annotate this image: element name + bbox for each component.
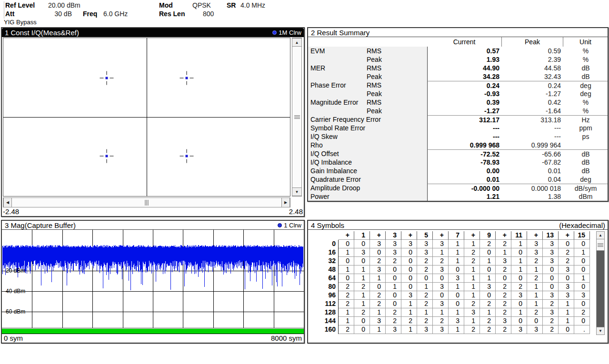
result-row-values: -0.93-1.27deg xyxy=(427,89,608,98)
att-value[interactable]: 30 dB xyxy=(33,10,72,18)
symbol-cell: 2 xyxy=(417,257,433,266)
symbol-cell: 2 xyxy=(417,266,433,274)
symbol-cell: 1 xyxy=(417,308,433,317)
symbol-cell: 2 xyxy=(339,325,354,334)
current-value: --- xyxy=(428,124,502,132)
symbol-cell: 3 xyxy=(496,257,511,266)
symbol-cell: 2 xyxy=(417,300,433,308)
sr-value[interactable]: 4.0 MHz xyxy=(240,1,265,9)
symbol-cell: 1 xyxy=(354,266,370,274)
constellation-point xyxy=(100,71,113,85)
scroll-up-button[interactable]: ▲ xyxy=(597,232,604,239)
horizontal-scrollbar[interactable]: ◀ ▶ xyxy=(3,197,290,207)
result-row: Rho0.999 9680.999 964 xyxy=(308,141,608,149)
result-row: Amplitude Droop-0.000 000.000 018dB/sym xyxy=(308,184,608,192)
symbol-cell: 3 xyxy=(543,248,559,257)
symbol-cell: 0 xyxy=(574,283,590,291)
symbol-cell: 0 xyxy=(511,300,527,308)
measurement-name: Power xyxy=(308,192,366,201)
symbol-cell: 0 xyxy=(370,248,386,257)
window2-title: 2 Result Summary xyxy=(311,28,369,37)
unit-value: dB xyxy=(564,158,608,167)
result-row-values: -72.52-65.66dB xyxy=(427,149,608,158)
window4-title: 4 Symbols xyxy=(311,221,344,230)
peak-value: -1.64 xyxy=(502,107,564,115)
symbols-corner-cell xyxy=(309,231,339,240)
freq-value[interactable]: 6.0 GHz xyxy=(103,10,128,18)
y-axis-label: -40 dBm xyxy=(4,288,25,295)
scroll-thumb[interactable] xyxy=(597,239,604,251)
constellation-point xyxy=(100,149,113,163)
unit-value: dBm xyxy=(564,192,608,201)
symbols-row: 161303031120103321 xyxy=(309,248,590,257)
symbol-cell: 1 xyxy=(464,291,480,300)
symbol-cell: 3 xyxy=(527,240,543,248)
symbol-cell: 0 xyxy=(401,283,417,291)
result-summary-content: Current Peak Unit EVMRMS0.570.59%Peak1.9… xyxy=(308,37,608,201)
column-header-unit: Unit xyxy=(563,37,608,47)
symbol-cell: 2 xyxy=(574,308,590,317)
current-value: -72.52 xyxy=(428,150,502,158)
symbol-cell: 2 xyxy=(464,257,480,266)
mod-value[interactable]: QPSK xyxy=(192,1,211,9)
symbol-cell: 1 xyxy=(339,248,354,257)
scroll-track[interactable] xyxy=(597,251,604,327)
scroll-up-button[interactable]: ▲ xyxy=(292,38,301,47)
trace-dot-icon xyxy=(272,30,277,35)
result-row-values: -1.27-1.64% xyxy=(427,107,608,115)
arrow-up-icon: ▲ xyxy=(599,233,602,237)
scroll-down-button[interactable]: ▼ xyxy=(292,187,301,196)
symbol-cell: 2 xyxy=(496,240,511,248)
symbols-scrollbar[interactable]: ▲ ▼ xyxy=(596,231,605,335)
symbol-cell: 3 xyxy=(401,291,417,300)
result-row-label: Peak xyxy=(308,107,427,115)
vertical-scroll-track[interactable] xyxy=(292,47,301,187)
symbols-row-label: 48 xyxy=(309,266,339,274)
window1-titlebar[interactable]: 1 Const I/Q(Meas&Ref) 1M Clrw xyxy=(2,28,304,37)
horizontal-scroll-track[interactable] xyxy=(12,198,281,207)
vertical-scrollbar[interactable]: ▲ ▼ xyxy=(292,38,302,197)
symbol-cell: 2 xyxy=(464,248,480,257)
i-axis-line xyxy=(3,117,290,118)
peak-value: 44.58 xyxy=(502,64,564,72)
scroll-down-button[interactable]: ▼ xyxy=(597,327,604,334)
symbols-row: 00033333112213300 xyxy=(309,240,590,248)
symbols-content: +1+3+5+7+9+11+13+15000333331122133001613… xyxy=(308,230,608,343)
symbols-column-header: 7 xyxy=(449,231,464,240)
symbol-cell: 0 xyxy=(433,274,449,283)
unit-value: Hz xyxy=(564,116,608,124)
unit-value: dB xyxy=(564,72,608,81)
symbol-cell: 3 xyxy=(354,248,370,257)
result-row-values: 44.9044.58dB xyxy=(427,64,608,72)
symbol-cell: 0 xyxy=(449,291,464,300)
ref-level-value[interactable]: 20.00 dBm xyxy=(48,1,80,9)
window3-trace-legend: 1 Clrw xyxy=(278,221,301,230)
symbol-cell: 1 xyxy=(401,308,417,317)
window1-trace-label: 1M Clrw xyxy=(279,28,301,37)
result-row-values: ------ps xyxy=(427,132,608,141)
symbol-cell: 0 xyxy=(574,240,590,248)
window3-titlebar[interactable]: 3 Mag(Capture Buffer) 1 Clrw xyxy=(2,221,304,230)
window2-titlebar[interactable]: 2 Result Summary xyxy=(308,28,608,37)
constellation-plot[interactable] xyxy=(3,38,290,197)
measurement-name: Amplitude Droop xyxy=(308,184,366,192)
result-row: Carrier Frequency Error312.17313.18Hz xyxy=(308,115,608,124)
symbols-row-label: 32 xyxy=(309,257,339,266)
scroll-left-button[interactable]: ◀ xyxy=(3,198,12,207)
measurement-name: Quadrature Error xyxy=(308,175,366,184)
symbol-cell: 3 xyxy=(433,283,449,291)
symbol-cell: 1 xyxy=(464,283,480,291)
symbol-cell: 3 xyxy=(464,308,480,317)
symbol-cell: 3 xyxy=(543,240,559,248)
result-row-label: I/Q Offset xyxy=(308,149,427,158)
measurement-name: EVM xyxy=(308,47,366,55)
symbol-cell: 0 xyxy=(386,291,401,300)
res-len-value[interactable]: 800 xyxy=(203,10,214,18)
symbol-cell: 1 xyxy=(464,274,480,283)
symbols-column-header: + xyxy=(370,231,386,240)
result-row: Peak1.932.39% xyxy=(308,55,608,64)
symbol-cell: 3 xyxy=(511,291,527,300)
window4-titlebar[interactable]: 4 Symbols (Hexadecimal) xyxy=(308,221,608,230)
scroll-right-button[interactable]: ▶ xyxy=(281,198,290,207)
result-row-label: I/Q Imbalance xyxy=(308,158,427,167)
